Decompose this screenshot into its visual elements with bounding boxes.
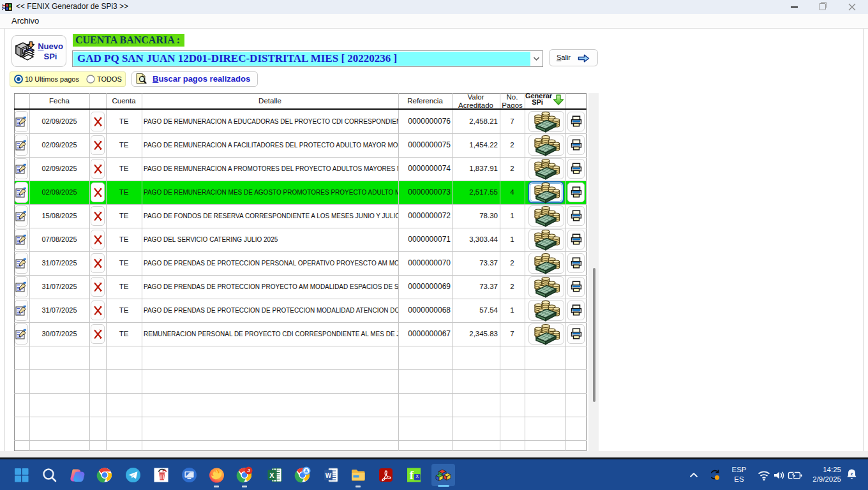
svg-text:z: z <box>851 471 853 477</box>
svg-text:J: J <box>247 468 250 473</box>
svg-text:X: X <box>415 474 419 479</box>
svg-text:f: f <box>409 468 414 482</box>
svg-text:W: W <box>325 472 331 479</box>
svg-text:X: X <box>269 471 274 479</box>
